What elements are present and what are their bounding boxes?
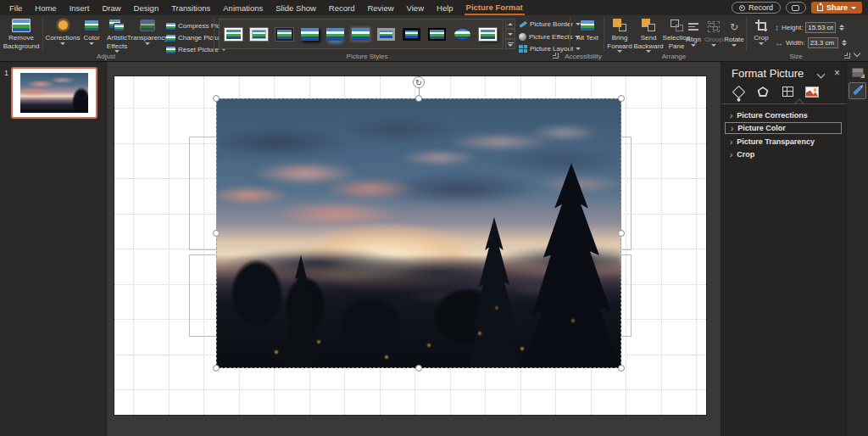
sun-icon bbox=[58, 20, 68, 30]
titlebar: File Home Insert Draw Design Transitions… bbox=[0, 0, 868, 15]
picture-style-thumb[interactable] bbox=[298, 23, 321, 45]
gallery-scroll-up-button[interactable] bbox=[505, 19, 515, 29]
size-properties-tab[interactable] bbox=[779, 84, 796, 99]
record-button[interactable]: Record bbox=[732, 2, 781, 14]
menu-tab-review[interactable]: Review bbox=[365, 0, 395, 15]
bring-forward-button[interactable]: Bring Forward bbox=[605, 18, 634, 53]
section-picture-color[interactable]: › Picture Color bbox=[725, 122, 842, 134]
resize-handle-bottom-right[interactable] bbox=[618, 365, 625, 372]
comments-button[interactable] bbox=[786, 2, 806, 14]
expand-chevron-icon: › bbox=[730, 137, 732, 147]
gallery-scroll-down-button[interactable] bbox=[505, 29, 515, 39]
align-icon bbox=[688, 23, 698, 31]
transparency-button[interactable]: Transparency bbox=[131, 18, 164, 45]
width-icon: ↔ bbox=[775, 38, 783, 48]
alt-text-button[interactable]: Alt Text bbox=[573, 18, 602, 42]
powerpoint-window: File Home Insert Draw Design Transitions… bbox=[0, 0, 868, 436]
menu-tab-transitions[interactable]: Transitions bbox=[170, 0, 212, 15]
gridline bbox=[133, 76, 134, 415]
picture-style-thumb[interactable] bbox=[273, 23, 296, 45]
expand-chevron-icon: › bbox=[730, 150, 732, 159]
format-picture-panel: Format Picture × › Picture Corrections ›… bbox=[721, 62, 846, 436]
format-pane-toggle-button[interactable] bbox=[849, 82, 866, 99]
panel-close-icon[interactable]: × bbox=[834, 67, 840, 79]
corrections-button[interactable]: Corrections bbox=[45, 18, 81, 45]
picture-style-thumb[interactable] bbox=[222, 23, 245, 45]
expand-chevron-icon: › bbox=[731, 124, 733, 133]
menu-tab-design[interactable]: Design bbox=[132, 0, 161, 15]
fill-line-tab[interactable] bbox=[730, 84, 747, 99]
picture-style-thumb[interactable] bbox=[451, 23, 474, 45]
resize-handle-bottom-left[interactable] bbox=[213, 365, 220, 372]
menu-tab-file[interactable]: File bbox=[8, 0, 24, 15]
group-separator bbox=[570, 18, 570, 52]
menu-tab-slide-show[interactable]: Slide Show bbox=[274, 0, 318, 15]
slide-number: 1 bbox=[4, 69, 8, 77]
picture-effects-button[interactable]: Picture Effects bbox=[519, 31, 581, 42]
picture-layout-dropdown-icon bbox=[576, 48, 581, 50]
sunset-photo bbox=[216, 98, 621, 368]
panel-collapse-icon[interactable] bbox=[817, 70, 826, 79]
color-button[interactable]: Color bbox=[81, 18, 103, 45]
resize-handle-left[interactable] bbox=[213, 230, 220, 237]
picture-style-thumb[interactable] bbox=[400, 23, 423, 45]
menu-tab-animations[interactable]: Animations bbox=[221, 0, 264, 15]
alt-text-label: Alt Text bbox=[576, 34, 598, 42]
slide-thumbnail-1[interactable] bbox=[11, 67, 97, 119]
picture-tab[interactable] bbox=[804, 84, 821, 99]
brush-icon bbox=[853, 87, 862, 96]
menu-tab-insert[interactable]: Insert bbox=[68, 0, 92, 15]
slide-canvas[interactable]: ↻ bbox=[114, 76, 706, 415]
height-spinner[interactable] bbox=[839, 25, 844, 31]
menu-tab-help[interactable]: Help bbox=[435, 0, 455, 15]
picture-styles-dialog-launcher[interactable] bbox=[553, 53, 559, 59]
width-input[interactable] bbox=[808, 37, 838, 48]
rotate-button[interactable]: ↻ Rotate bbox=[724, 20, 744, 47]
effects-tab[interactable] bbox=[754, 84, 771, 99]
crop-button[interactable]: Crop bbox=[749, 18, 773, 45]
section-picture-transparency[interactable]: › Picture Transparency bbox=[725, 136, 842, 148]
picture-style-thumb[interactable] bbox=[426, 23, 448, 45]
menu-tab-record[interactable]: Record bbox=[327, 0, 357, 15]
picture-layout-icon bbox=[519, 45, 527, 53]
menu-tab-draw[interactable]: Draw bbox=[100, 0, 122, 15]
picture-style-thumb[interactable] bbox=[375, 23, 398, 45]
menu-tab-view[interactable]: View bbox=[405, 0, 426, 15]
send-backward-button[interactable]: Send Backward bbox=[634, 18, 663, 53]
designer-pane-icon[interactable] bbox=[852, 68, 864, 77]
section-picture-corrections[interactable]: › Picture Corrections bbox=[725, 109, 842, 121]
picture-style-thumb[interactable] bbox=[248, 23, 270, 45]
resize-handle-bottom[interactable] bbox=[415, 365, 422, 372]
selection-pane-icon bbox=[670, 20, 683, 31]
expand-chevron-icon: › bbox=[730, 111, 732, 120]
picture-style-thumb[interactable] bbox=[476, 23, 499, 45]
artistic-effects-icon bbox=[109, 20, 125, 31]
align-button[interactable]: Align bbox=[683, 20, 704, 47]
rotate-icon: ↻ bbox=[730, 22, 738, 32]
send-backward-label: Send Backward bbox=[633, 34, 663, 50]
menu-tab-home[interactable]: Home bbox=[33, 0, 58, 15]
picture-border-button[interactable]: Picture Border bbox=[519, 19, 581, 30]
resize-handle-right[interactable] bbox=[618, 230, 625, 237]
menu-tab-picture-format[interactable]: Picture Format bbox=[465, 0, 525, 15]
picture-style-options: Picture Border Picture Effects Picture L… bbox=[519, 19, 581, 54]
group-button[interactable]: Group bbox=[704, 20, 724, 47]
panel-tab-bar bbox=[730, 84, 821, 99]
picture-style-thumb[interactable] bbox=[324, 23, 347, 45]
selected-picture[interactable]: ↻ bbox=[216, 98, 621, 368]
picture-style-thumb[interactable] bbox=[349, 23, 372, 45]
record-dot-icon bbox=[739, 5, 745, 11]
width-spinner[interactable] bbox=[842, 40, 847, 46]
gridline bbox=[696, 76, 697, 415]
resize-handle-top[interactable] bbox=[415, 95, 422, 102]
size-dialog-launcher[interactable] bbox=[844, 53, 850, 59]
resize-handle-top-right[interactable] bbox=[618, 95, 625, 102]
rotation-handle[interactable]: ↻ bbox=[413, 76, 425, 88]
remove-background-button[interactable]: Remove Background bbox=[2, 18, 41, 50]
collapse-ribbon-icon[interactable] bbox=[854, 50, 860, 57]
height-input[interactable] bbox=[805, 22, 836, 33]
gallery-more-button[interactable] bbox=[505, 39, 515, 49]
section-crop[interactable]: › Crop bbox=[725, 148, 842, 160]
resize-handle-top-left[interactable] bbox=[213, 95, 220, 102]
share-button[interactable]: Share bbox=[811, 2, 862, 14]
